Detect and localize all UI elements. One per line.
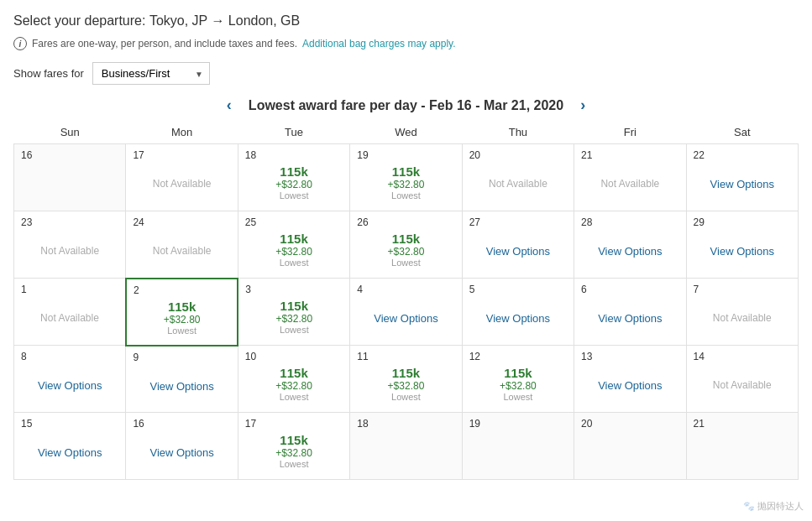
calendar-cell[interactable]: 29View Options (686, 211, 798, 279)
cell-lowest: Lowest (357, 258, 454, 268)
view-options-link[interactable]: View Options (469, 312, 567, 325)
info-text: Fares are one-way, per person, and inclu… (32, 38, 297, 49)
calendar-cell[interactable]: 6View Options (574, 279, 686, 346)
calendar-cell[interactable]: 3115k+$32.80Lowest (238, 279, 349, 346)
view-options-link[interactable]: View Options (581, 312, 678, 325)
calendar-cell[interactable]: 28View Options (574, 211, 686, 279)
cell-lowest: Lowest (245, 459, 343, 469)
cell-addon: +$32.80 (245, 447, 343, 459)
cell-date: 19 (357, 149, 454, 161)
col-thu: Thu (462, 121, 574, 144)
prev-nav[interactable]: ‹ (227, 96, 232, 114)
calendar-cell[interactable]: 10115k+$32.80Lowest (238, 346, 349, 413)
calendar-cell: 20 (574, 413, 686, 480)
info-icon: i (13, 37, 27, 50)
view-options-link[interactable]: View Options (469, 245, 567, 258)
cell-date: 8 (21, 351, 118, 362)
col-tue: Tue (238, 121, 349, 144)
cell-addon: +$32.80 (245, 313, 343, 325)
cell-lowest: Lowest (245, 258, 343, 268)
cell-price: 115k (245, 433, 343, 447)
calendar-cell[interactable]: 8View Options (14, 346, 126, 413)
calendar-cell[interactable]: 26115k+$32.80Lowest (350, 211, 462, 279)
not-available-label: Not Available (133, 245, 230, 257)
calendar-cell[interactable]: 22View Options (686, 144, 798, 211)
cell-price: 115k (245, 164, 343, 179)
cell-date: 1 (21, 284, 118, 295)
cell-date: 22 (694, 149, 791, 161)
cell-price: 115k (357, 232, 454, 246)
cell-date: 10 (245, 351, 343, 362)
view-options-link[interactable]: View Options (694, 178, 791, 190)
cell-lowest: Lowest (245, 392, 343, 402)
cell-date: 6 (581, 284, 678, 295)
cell-date: 15 (21, 418, 118, 430)
calendar-cell: 24Not Available (126, 211, 238, 279)
calendar-cell[interactable]: 15View Options (14, 413, 126, 480)
view-options-link[interactable]: View Options (357, 312, 454, 325)
cell-price: 115k (245, 366, 343, 380)
cell-addon: +$32.80 (245, 246, 343, 258)
cell-date: 21 (694, 418, 791, 430)
cell-addon: +$32.80 (245, 380, 343, 392)
cell-date: 9 (133, 352, 230, 363)
cell-date: 14 (694, 351, 791, 362)
cell-addon: +$32.80 (357, 179, 454, 190)
not-available-label: Not Available (21, 245, 118, 257)
view-options-link[interactable]: View Options (581, 245, 678, 258)
not-available-label: Not Available (694, 379, 791, 391)
calendar-cell[interactable]: 25115k+$32.80Lowest (238, 211, 349, 279)
fare-select-wrapper[interactable]: Economy Business/First (92, 62, 210, 85)
view-options-link[interactable]: View Options (581, 379, 678, 392)
col-fri: Fri (574, 121, 686, 144)
view-options-link[interactable]: View Options (694, 245, 791, 258)
cell-date: 5 (469, 284, 567, 295)
not-available-label: Not Available (133, 178, 230, 190)
cell-addon: +$32.80 (245, 179, 343, 190)
next-nav[interactable]: › (580, 96, 585, 114)
cell-date: 12 (469, 351, 567, 362)
cell-date: 25 (245, 216, 343, 228)
calendar-cell[interactable]: 19115k+$32.80Lowest (350, 144, 462, 211)
view-options-link[interactable]: View Options (21, 379, 118, 392)
view-options-link[interactable]: View Options (21, 446, 118, 459)
calendar-cell[interactable]: 27View Options (462, 211, 574, 279)
col-sat: Sat (686, 121, 798, 144)
calendar-cell[interactable]: 16View Options (126, 413, 238, 480)
calendar-cell[interactable]: 12115k+$32.80Lowest (462, 346, 574, 413)
cell-lowest: Lowest (245, 190, 343, 201)
cell-date: 28 (581, 216, 678, 228)
calendar-cell[interactable]: 13View Options (574, 346, 686, 413)
cell-lowest: Lowest (245, 325, 343, 335)
view-options-link[interactable]: View Options (133, 380, 230, 393)
cell-lowest: Lowest (469, 392, 567, 402)
calendar-cell[interactable]: 17115k+$32.80Lowest (238, 413, 349, 480)
cell-addon: +$32.80 (469, 380, 567, 392)
calendar-cell: 20Not Available (462, 144, 574, 211)
calendar-cell: 18 (350, 413, 462, 480)
cell-date: 23 (21, 216, 118, 228)
cell-date: 18 (245, 149, 343, 161)
cell-addon: +$32.80 (357, 246, 454, 258)
info-row: i Fares are one-way, per person, and inc… (13, 37, 799, 50)
calendar-cell: 21Not Available (574, 144, 686, 211)
bag-charges-link[interactable]: Additional bag charges may apply. (302, 38, 456, 49)
view-options-link[interactable]: View Options (133, 446, 230, 459)
calendar-cell[interactable]: 9View Options (126, 346, 238, 413)
calendar-table: Sun Mon Tue Wed Thu Fri Sat 1617Not Avai… (13, 121, 799, 480)
calendar-cell[interactable]: 11115k+$32.80Lowest (350, 346, 462, 413)
fare-select[interactable]: Economy Business/First (92, 62, 210, 85)
col-wed: Wed (350, 121, 462, 144)
calendar-cell[interactable]: 18115k+$32.80Lowest (238, 144, 349, 211)
cell-date: 21 (581, 149, 678, 161)
show-fares-label: Show fares for (13, 67, 84, 80)
cell-date: 26 (357, 216, 454, 228)
calendar-cell[interactable]: 2115k+$32.80Lowest (126, 279, 238, 346)
cell-date: 24 (133, 216, 230, 228)
calendar-cell[interactable]: 5View Options (462, 279, 574, 346)
cell-date: 3 (245, 284, 343, 295)
col-mon: Mon (126, 121, 238, 144)
cell-date: 18 (357, 418, 454, 430)
cell-date: 20 (469, 149, 567, 161)
calendar-cell[interactable]: 4View Options (350, 279, 462, 346)
